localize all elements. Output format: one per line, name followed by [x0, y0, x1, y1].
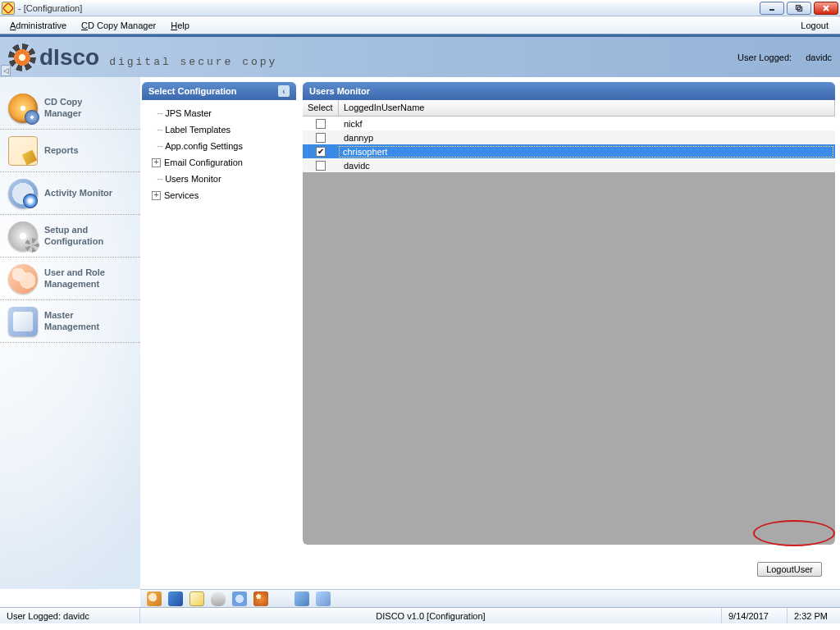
status-time: 2:32 PM: [788, 608, 840, 623]
status-app: DISCO v1.0 [Configuration]: [140, 608, 722, 623]
toolbar-icon-7[interactable]: [294, 591, 309, 606]
nav-setup-configuration[interactable]: Setup and Configuration: [0, 215, 140, 258]
menu-administrative[interactable]: Administrative: [10, 21, 66, 30]
reports-icon: [8, 136, 38, 166]
title-bar: - [Configuration]: [0, 0, 840, 16]
nav-master-management[interactable]: Master Management: [0, 300, 140, 343]
toolbar-icon-5[interactable]: [232, 591, 247, 606]
table-row[interactable]: davidc: [303, 158, 835, 172]
tree-item[interactable]: ····Users Monitor: [145, 171, 293, 187]
config-panel-header: Select Configuration ‹: [142, 82, 296, 100]
activity-icon: [8, 179, 38, 208]
col-username[interactable]: LoggedInUserName: [339, 100, 835, 116]
status-user: User Logged: davidc: [0, 608, 140, 623]
brand-tagline: digital secure copy: [109, 56, 277, 68]
master-icon: [8, 307, 38, 336]
tree-item[interactable]: +Email Configuration: [145, 154, 293, 171]
status-date: 9/14/2017: [722, 608, 788, 623]
tree-leaf-icon: ····: [157, 142, 162, 151]
row-select-cell[interactable]: ✔: [303, 147, 339, 157]
tree-leaf-icon: ····: [157, 109, 162, 118]
left-nav: CD Copy Manager Reports Activity Monitor…: [0, 77, 140, 589]
table-row[interactable]: nickf: [303, 116, 835, 130]
row-username: chrisophert: [339, 146, 833, 158]
toolbar-icon-4[interactable]: [211, 591, 226, 606]
nav-cd-copy-manager[interactable]: CD Copy Manager: [0, 87, 140, 130]
checkbox[interactable]: [316, 119, 326, 129]
table-row[interactable]: ✔chrisophert: [303, 144, 835, 158]
tree-leaf-icon: ····: [157, 175, 162, 184]
tree-item[interactable]: ····JPS Master: [145, 105, 293, 121]
row-select-cell[interactable]: [303, 161, 339, 171]
logo-gear-icon: [8, 43, 36, 71]
brand-user-logged: User Logged: davidc: [737, 52, 832, 62]
logout-user-button[interactable]: LogoutUser: [757, 562, 822, 577]
col-select[interactable]: Select: [303, 100, 339, 116]
tree-item-label: Label Templates: [165, 125, 231, 135]
checkbox[interactable]: [316, 161, 326, 171]
tree-item-label: Users Monitor: [165, 174, 221, 184]
bottom-action-panel: LogoutUser: [142, 551, 835, 587]
toolbar-icon-6[interactable]: [253, 591, 268, 606]
window-title: - [Configuration]: [18, 3, 82, 13]
checkbox[interactable]: ✔: [316, 147, 326, 157]
maximize-button[interactable]: [787, 2, 811, 15]
row-username: dannyp: [339, 133, 835, 143]
config-panel: Select Configuration ‹ ····JPS Master···…: [142, 82, 296, 545]
nav-activity-monitor[interactable]: Activity Monitor: [0, 172, 140, 215]
bottom-toolbar: [140, 589, 840, 607]
tree-item[interactable]: ····App.config Settings: [145, 138, 293, 154]
tree-leaf-icon: ····: [157, 126, 162, 135]
gear-icon: [8, 221, 38, 251]
row-select-cell[interactable]: [303, 119, 339, 129]
table-row[interactable]: dannyp: [303, 130, 835, 144]
brand-name: dIsco: [39, 44, 99, 71]
row-username: nickf: [339, 119, 835, 129]
toolbar-icon-1[interactable]: [147, 591, 162, 606]
tree-item-label: JPS Master: [165, 108, 212, 118]
nav-user-role-management[interactable]: User and Role Management: [0, 258, 140, 300]
nav-reports[interactable]: Reports: [0, 130, 140, 172]
row-username: davidc: [339, 161, 835, 171]
grid-header: Select LoggedInUserName: [303, 100, 835, 116]
tree-item-label: Services: [164, 190, 199, 200]
expand-icon[interactable]: +: [152, 191, 161, 200]
users-monitor-header: Users Monitor: [303, 82, 835, 100]
cd-icon: [8, 94, 38, 123]
checkbox[interactable]: [316, 133, 326, 143]
collapse-icon[interactable]: ‹: [278, 85, 290, 97]
tree-item-label: App.config Settings: [165, 141, 243, 151]
tree-item[interactable]: +Services: [145, 187, 293, 203]
toolbar-icon-2[interactable]: [168, 591, 183, 606]
menu-bar: Administrative CD Copy Manager Help Logo…: [0, 16, 840, 34]
tree-item-label: Email Configuration: [164, 158, 243, 167]
brand-back-toggle[interactable]: ◁: [1, 65, 11, 76]
close-button[interactable]: [814, 2, 838, 15]
config-tree: ····JPS Master····Label Templates····App…: [142, 100, 296, 208]
tree-item[interactable]: ····Label Templates: [145, 121, 293, 138]
expand-icon[interactable]: +: [152, 158, 161, 167]
users-icon: [8, 264, 38, 294]
menu-help[interactable]: Help: [171, 21, 189, 30]
users-monitor-panel: Users Monitor Select LoggedInUserName ni…: [303, 82, 835, 545]
toolbar-icon-8[interactable]: [316, 591, 331, 606]
toolbar-icon-3[interactable]: [189, 591, 204, 606]
menu-cd-copy-manager[interactable]: CD Copy Manager: [81, 21, 156, 30]
status-bar: User Logged: davidc DISCO v1.0 [Configur…: [0, 607, 840, 623]
menu-logout[interactable]: Logout: [801, 21, 829, 30]
row-select-cell[interactable]: [303, 133, 339, 143]
grid-body: nickfdannyp✔chrisophertdavidc: [303, 116, 835, 545]
brand-bar: ◁ dIsco digital secure copy User Logged:…: [0, 34, 840, 77]
minimize-button[interactable]: [760, 2, 784, 15]
app-icon: [2, 2, 15, 15]
